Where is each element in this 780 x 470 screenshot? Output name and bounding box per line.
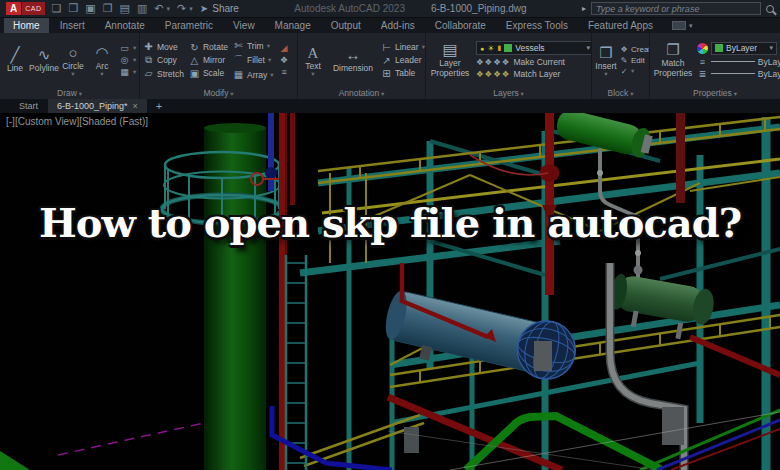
tab-insert[interactable]: Insert — [51, 18, 94, 33]
autocad-logo-cad: CAD — [22, 2, 44, 15]
plot-icon[interactable]: ▤ — [120, 2, 130, 15]
hatch-tool[interactable]: ▦▾ — [119, 67, 136, 77]
tab-drawing[interactable]: 6-B-1000_Piping* × — [48, 99, 147, 113]
line-tool[interactable]: ╱ Line — [3, 47, 27, 73]
panel-title-draw[interactable]: Draw — [0, 87, 139, 99]
copy-tool[interactable]: ⧉Copy — [143, 54, 184, 66]
open-file-icon[interactable]: ❒ — [68, 2, 78, 15]
layer-properties-tool[interactable]: ▤ Layer Properties — [429, 42, 471, 78]
color-wheel-icon — [697, 43, 708, 54]
scale-icon: ▣ — [189, 68, 200, 79]
rotate-tool[interactable]: ↻Rotate — [189, 42, 228, 53]
erase-tool[interactable]: ◢ — [279, 43, 290, 53]
tab-collaborate[interactable]: Collaborate — [426, 18, 495, 33]
redo-dropdown-icon[interactable]: ▾ — [189, 5, 193, 13]
new-file-icon[interactable]: ❏ — [52, 2, 62, 15]
create-block-tool[interactable]: ❖Create — [620, 45, 649, 54]
tab-home[interactable]: Home — [4, 18, 49, 33]
overlay-title: How to open skp file in autocad? — [0, 199, 780, 246]
tab-output[interactable]: Output — [322, 18, 370, 33]
share-icon: ➤ — [200, 3, 208, 14]
text-tool[interactable]: A Text ▾ — [301, 45, 325, 76]
linetype-row[interactable]: ≣ ByLayer — [697, 69, 780, 79]
arc-icon: ◠ — [95, 45, 108, 61]
circle-label: Circle — [62, 61, 84, 71]
search-input[interactable] — [591, 2, 761, 15]
layer-dropdown[interactable]: ● ☀ ▮ Vessels ▾ — [476, 41, 591, 55]
panel-title-modify[interactable]: Modify — [140, 87, 297, 99]
panel-title-block[interactable]: Block — [592, 87, 649, 99]
circle-tool[interactable]: ○ Circle ▾ — [61, 45, 85, 76]
tab-add-ins[interactable]: Add-ins — [372, 18, 424, 33]
close-icon[interactable]: × — [133, 101, 138, 111]
dimension-tool[interactable]: ↔ Dimension — [330, 47, 376, 73]
color-dropdown[interactable]: ByLayer ▾ — [711, 42, 777, 55]
text-label: Text — [305, 61, 321, 71]
explode-tool[interactable]: ❖ — [279, 55, 290, 65]
move-tool[interactable]: ✚Move — [143, 41, 184, 52]
make-current-row[interactable]: ❖❖❖❖ Make Current — [476, 57, 591, 67]
panel-title-annotation[interactable]: Annotation — [298, 87, 425, 99]
scale-tool[interactable]: ▣Scale — [189, 68, 228, 79]
tab-featured-apps[interactable]: Featured Apps — [579, 18, 662, 33]
array-tool[interactable]: ▦Array▾ — [233, 69, 274, 80]
table-tool[interactable]: ⊞Table — [381, 68, 425, 79]
save-icon[interactable]: ▣ — [85, 2, 95, 15]
redo-icon[interactable]: ↷ — [177, 2, 186, 15]
array-label: Array — [247, 70, 267, 80]
match-properties-label1: Match — [661, 58, 684, 68]
match-properties-tool[interactable]: ❐ Match Properties — [653, 42, 693, 78]
undo-dropdown-icon[interactable]: ▾ — [167, 5, 171, 13]
stretch-tool[interactable]: ▱Stretch — [143, 68, 184, 79]
undo-icon[interactable]: ↶ — [154, 2, 163, 15]
fillet-label: Fillet — [247, 55, 265, 65]
share-label: Share — [212, 3, 239, 14]
mirror-tool[interactable]: △Mirror — [189, 55, 228, 66]
ribbon-display-toggle[interactable]: ▾ — [672, 18, 693, 33]
mirror-icon: △ — [189, 55, 200, 66]
chevron-down-icon: ▾ — [631, 67, 634, 75]
tab-view[interactable]: View — [224, 18, 264, 33]
search-icon[interactable] — [766, 5, 774, 13]
attributes-tool[interactable]: ✓▾ — [620, 67, 649, 76]
autocad-logo[interactable]: A CAD — [6, 2, 45, 15]
new-drawing-button[interactable]: + — [148, 99, 170, 113]
match-properties-icon: ❐ — [666, 42, 679, 58]
drawing-viewport[interactable]: [-][Custom View][Shaded (Fast)] — [0, 113, 780, 470]
tab-parametric[interactable]: Parametric — [156, 18, 222, 33]
insert-block-tool[interactable]: ❒ Insert ▾ — [595, 45, 617, 76]
rectangle-tool[interactable]: ▭▾ — [119, 43, 136, 53]
rotate-label: Rotate — [203, 42, 228, 52]
linear-tool[interactable]: ⊢Linear▾ — [381, 42, 425, 53]
tab-express-tools[interactable]: Express Tools — [497, 18, 577, 33]
insert-block-icon: ❒ — [599, 45, 612, 61]
fillet-tool[interactable]: ⌒Fillet▾ — [233, 53, 274, 67]
share-button[interactable]: ➤ Share — [200, 3, 239, 14]
match-layer-row[interactable]: ❖❖❖❖ Match Layer — [476, 69, 591, 79]
print-icon[interactable]: ▥ — [137, 2, 147, 15]
panel-draw: ╱ Line ∿ Polyline ○ Circle ▾ ◠ Arc ▾ — [0, 33, 140, 99]
color-value: ByLayer — [726, 43, 757, 53]
tab-manage[interactable]: Manage — [266, 18, 320, 33]
tab-start[interactable]: Start — [10, 99, 47, 113]
offset-tool[interactable]: ≡ — [279, 67, 290, 77]
ellipse-tool[interactable]: ◎▾ — [119, 55, 136, 65]
edit-block-tool[interactable]: ✎Edit — [620, 56, 649, 65]
document-tab-bar: Start 6-B-1000_Piping* × + — [0, 99, 780, 113]
save-as-icon[interactable]: ❐ — [103, 2, 113, 15]
lineweight-icon: ≡ — [697, 57, 708, 67]
panel-title-layers[interactable]: Layers — [426, 87, 591, 99]
ellipse-icon: ◎ — [119, 55, 130, 65]
panel-title-properties[interactable]: Properties — [650, 87, 780, 99]
arc-tool[interactable]: ◠ Arc ▾ — [90, 45, 114, 76]
search-arrow-icon[interactable]: ▸ — [582, 4, 586, 13]
trim-tool[interactable]: ✄Trim▾ — [233, 40, 274, 51]
viewport-controls[interactable]: [-][Custom View][Shaded (Fast)] — [6, 116, 148, 127]
tab-annotate[interactable]: Annotate — [96, 18, 154, 33]
lineweight-row[interactable]: ≡ ByLayer — [697, 57, 780, 67]
polyline-tool[interactable]: ∿ Polyline — [32, 47, 56, 73]
circle-icon: ○ — [68, 45, 77, 61]
make-current-label: Make Current — [513, 57, 565, 67]
linear-icon: ⊢ — [381, 42, 392, 53]
leader-tool[interactable]: ↗Leader▾ — [381, 55, 425, 66]
